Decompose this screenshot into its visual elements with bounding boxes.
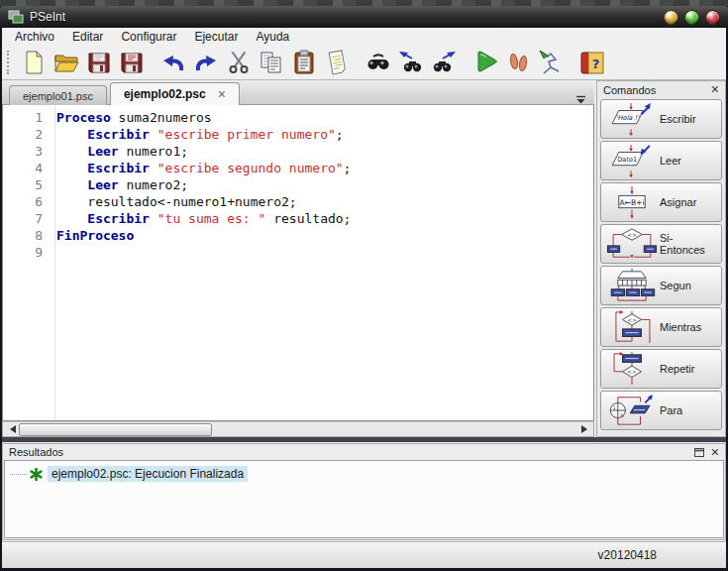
float-panel-icon[interactable] <box>694 448 704 457</box>
menubar: ArchivoEditarConfigurarEjecutarAyuda <box>2 28 726 45</box>
code-editor[interactable]: 1Proceso suma2numeros2 Escribir "escribe… <box>2 105 594 421</box>
tab-ejemplo01.psc[interactable]: ejemplo01.psc <box>9 85 107 105</box>
menu-archivo[interactable]: Archivo <box>6 30 63 44</box>
comando-repetir-button[interactable]: <>Repetir <box>600 349 722 389</box>
leer-flowchart-icon: Dato1 <box>604 144 660 177</box>
help-button[interactable]: ? <box>575 48 608 77</box>
svg-text:'Hola !': 'Hola !' <box>616 114 640 122</box>
scrollbar-thumb[interactable] <box>19 423 212 436</box>
menu-configurar[interactable]: Configurar <box>112 30 185 44</box>
panel-splitter[interactable] <box>2 437 726 442</box>
toolbar: ? <box>2 45 726 80</box>
maximize-button[interactable] <box>684 10 699 25</box>
new-file-button[interactable] <box>17 48 50 77</box>
toolbar-grip-handle[interactable] <box>7 51 12 74</box>
cut-icon <box>226 50 252 75</box>
window-controls <box>664 10 720 25</box>
svg-text:A←B+i: A←B+i <box>619 198 644 207</box>
tab-label: ejemplo02.psc <box>124 87 206 101</box>
save-as-button[interactable] <box>115 48 148 77</box>
comando-label: Si-Entonces <box>660 232 718 256</box>
open-file-icon <box>53 50 79 75</box>
line-number: 3 <box>3 143 56 160</box>
si-entonces-flowchart-icon: <> <box>604 227 660 261</box>
svg-text:Dato1: Dato1 <box>617 156 637 164</box>
line-code: resultado<-numero1+numero2; <box>56 193 297 210</box>
tabbar: ejemplo01.pscejemplo02.psc× <box>2 80 594 105</box>
step-icon <box>505 50 531 75</box>
code-line: 8FinProceso <box>3 227 593 244</box>
cut-button[interactable] <box>222 48 255 77</box>
window-title: PSeInt <box>30 10 65 24</box>
comando-asignar-button[interactable]: A←B+iAsignar <box>600 182 722 222</box>
comando-label: Escribir <box>660 113 696 125</box>
redo-button[interactable] <box>189 48 222 77</box>
run-icon <box>472 50 498 75</box>
redo-icon <box>193 50 219 75</box>
comando-escribir-button[interactable]: 'Hola !'Escribir <box>600 99 722 139</box>
segun-flowchart-icon <box>604 269 660 302</box>
tab-close-icon[interactable]: × <box>218 89 226 99</box>
step-button[interactable] <box>501 48 534 77</box>
comando-label: Asignar <box>660 196 696 208</box>
line-code: Escribir "tu suma es: " resultado; <box>56 210 351 227</box>
menu-editar[interactable]: Editar <box>63 30 112 44</box>
line-code: Leer numero1; <box>56 143 188 160</box>
menu-ejecutar[interactable]: Ejecutar <box>185 30 247 44</box>
line-code: Leer numero2; <box>56 176 188 193</box>
copy-button[interactable] <box>255 48 287 77</box>
green-asterisk-icon <box>30 468 43 481</box>
tab-ejemplo02.psc[interactable]: ejemplo02.psc× <box>110 82 240 105</box>
save-as-icon <box>119 50 145 75</box>
titlebar: PSeInt <box>0 6 728 28</box>
comandos-panel: Comandos × 'Hola !'EscribirDato1LeerA←B+… <box>596 80 726 437</box>
pseint-window: PSeInt ArchivoEditarConfigurarEjecutarAy… <box>0 0 728 571</box>
horizontal-scrollbar <box>2 421 594 437</box>
svg-text:?: ? <box>591 57 599 71</box>
comandos-close-icon[interactable]: × <box>711 84 719 95</box>
line-code: FinProceso <box>56 227 134 244</box>
comando-label: Leer <box>660 155 681 167</box>
find-button[interactable] <box>362 48 394 77</box>
scroll-right-icon[interactable] <box>578 422 593 436</box>
line-code: Escribir "escribe primer numero"; <box>56 126 344 143</box>
resultados-close-icon[interactable]: × <box>711 447 719 457</box>
flowchart-button[interactable] <box>534 48 567 77</box>
comando-mientras-button[interactable]: <>Mientras <box>600 307 722 347</box>
comandos-title: Comandos <box>603 84 656 96</box>
comando-leer-button[interactable]: Dato1Leer <box>600 141 722 180</box>
svg-text:<>: <> <box>627 232 637 238</box>
comando-segun-button[interactable]: Segun <box>600 266 722 305</box>
scroll-left-icon[interactable] <box>3 422 18 436</box>
svg-text:<>: <> <box>627 369 637 375</box>
mientras-flowchart-icon: <> <box>604 310 660 344</box>
minimize-button[interactable] <box>664 10 678 25</box>
code-line: 4 Escribir "escribe segundo numero"; <box>3 160 593 176</box>
window-frame: ArchivoEditarConfigurarEjecutarAyuda ? e… <box>2 28 726 568</box>
app-icon <box>8 10 24 24</box>
indent-button[interactable] <box>320 48 353 77</box>
run-button[interactable] <box>468 48 501 77</box>
code-line: 9 <box>3 244 593 261</box>
line-code: Proceso suma2numeros <box>56 109 212 126</box>
version-label: v20120418 <box>598 548 726 562</box>
svg-text:<>: <> <box>627 317 637 323</box>
find-prev-button[interactable] <box>394 48 427 77</box>
undo-button[interactable] <box>156 48 189 77</box>
tree-branch <box>10 474 27 475</box>
find-next-icon <box>431 50 457 75</box>
save-button[interactable] <box>82 48 115 77</box>
comando-si-entonces-button[interactable]: <>Si-Entonces <box>600 224 722 264</box>
open-file-button[interactable] <box>50 48 82 77</box>
code-line: 3 Leer numero1; <box>3 143 593 160</box>
paste-button[interactable] <box>287 48 320 77</box>
resultados-title: Resultados <box>9 446 63 458</box>
save-icon <box>86 50 112 75</box>
menu-ayuda[interactable]: Ayuda <box>247 30 298 44</box>
find-next-button[interactable] <box>427 48 460 77</box>
comando-para-button[interactable]: 1NPara <box>600 391 722 430</box>
resultados-panel: Resultados × ejemplo02.psc: Ejecucion Fi… <box>2 443 726 540</box>
tab-list-icon[interactable] <box>575 90 586 99</box>
result-item[interactable]: ejemplo02.psc: Ejecucion Finalizada <box>10 466 248 482</box>
close-button[interactable] <box>705 10 720 25</box>
